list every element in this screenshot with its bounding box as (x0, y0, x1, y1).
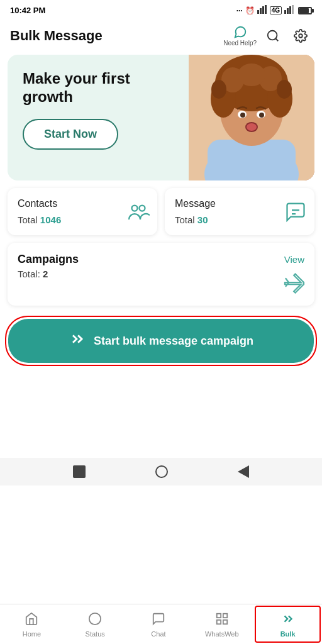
search-button[interactable] (262, 25, 284, 47)
nav-chat[interactable]: Chat (127, 604, 191, 644)
header-actions: Need Help? (223, 25, 312, 47)
signal2-icon (284, 5, 294, 16)
svg-point-28 (247, 123, 257, 131)
status-icon (88, 612, 102, 628)
bottom-nav: Home Status Chat WhatsWeb (0, 604, 322, 644)
dots-icon: ··· (236, 6, 243, 15)
svg-rect-35 (223, 620, 227, 624)
cta-label: Start bulk message campaign (94, 335, 253, 348)
phone-navigation-bar (0, 458, 322, 486)
svg-point-21 (211, 80, 226, 99)
svg-point-29 (132, 206, 138, 211)
svg-rect-33 (223, 614, 227, 618)
start-now-button[interactable]: Start Now (23, 119, 118, 150)
svg-rect-4 (284, 10, 286, 14)
nav-status-label: Status (86, 630, 105, 638)
svg-point-22 (277, 80, 292, 99)
need-help-button[interactable]: Need Help? (223, 25, 257, 47)
settings-button[interactable] (289, 25, 312, 47)
nav-status[interactable]: Status (64, 604, 127, 644)
nav-whatsweb-label: WhatsWeb (205, 630, 239, 638)
nav-bulk[interactable]: Bulk (255, 606, 321, 643)
nav-chat-label: Chat (151, 630, 165, 638)
hero-title: Make your first growth (23, 70, 176, 106)
home-button[interactable] (155, 465, 168, 478)
whatsweb-icon (215, 612, 229, 628)
nav-home[interactable]: Home (0, 604, 64, 644)
campaigns-title: Campaigns (18, 253, 79, 266)
hero-illustration (189, 55, 314, 180)
svg-rect-6 (289, 6, 291, 14)
svg-rect-3 (265, 5, 267, 14)
nav-home-label: Home (23, 630, 41, 638)
campaigns-view-button[interactable]: View (284, 254, 304, 265)
home-icon (25, 612, 38, 628)
campaigns-card: Campaigns View Total: 2 (8, 243, 314, 306)
time-display: 10:42 PM (10, 6, 45, 15)
bulk-icon (281, 612, 295, 628)
svg-rect-2 (262, 6, 264, 14)
app-header: Bulk Message Need Help? (0, 18, 322, 55)
status-icons: ··· ⏰ 4G (236, 5, 312, 16)
svg-rect-0 (257, 10, 259, 14)
svg-rect-5 (287, 8, 289, 14)
svg-rect-34 (217, 620, 221, 624)
contacts-icon (127, 201, 150, 228)
svg-point-20 (238, 64, 265, 86)
svg-point-25 (240, 113, 245, 118)
signal-icon (257, 5, 267, 16)
alarm-icon: ⏰ (245, 6, 255, 15)
svg-point-31 (89, 613, 101, 625)
svg-point-8 (268, 31, 277, 40)
back-button[interactable] (73, 465, 86, 478)
svg-point-30 (140, 206, 145, 211)
campaigns-header: Campaigns View (18, 253, 304, 266)
messages-icon (284, 201, 307, 228)
svg-point-26 (259, 113, 264, 118)
chat-icon (152, 612, 165, 628)
messages-card[interactable]: Message Total 30 (165, 188, 314, 235)
svg-rect-32 (217, 614, 221, 618)
campaigns-icon (283, 271, 306, 298)
need-help-label: Need Help? (223, 40, 257, 47)
battery-icon (298, 7, 312, 14)
recents-button[interactable] (238, 465, 249, 478)
cta-section: Start bulk message campaign (5, 316, 317, 366)
status-bar: 10:42 PM ··· ⏰ 4G (0, 0, 322, 18)
contacts-card[interactable]: Contacts Total 1046 (8, 188, 157, 235)
hero-card: Watch Demo Make your first growth Start … (8, 55, 314, 180)
svg-point-9 (299, 34, 303, 38)
start-campaign-button[interactable]: Start bulk message campaign (8, 319, 314, 363)
svg-rect-7 (292, 5, 294, 14)
campaigns-total: Total: 2 (18, 269, 304, 279)
page-title: Bulk Message (10, 28, 103, 44)
svg-rect-1 (260, 8, 262, 14)
stats-row: Contacts Total 1046 Message Total 30 (8, 188, 314, 235)
data-icon: 4G (270, 6, 282, 14)
nav-bulk-label: Bulk (280, 630, 296, 638)
campaign-icon (69, 330, 86, 352)
nav-whatsweb[interactable]: WhatsWeb (190, 604, 253, 644)
